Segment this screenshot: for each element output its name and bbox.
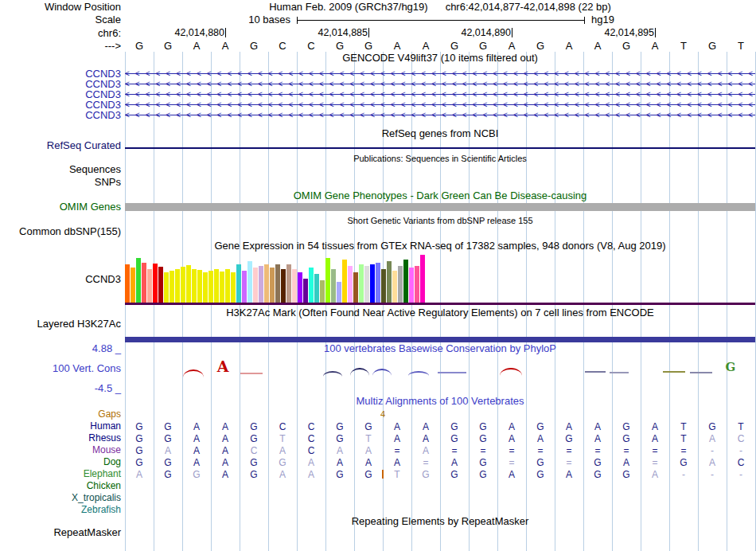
gencode-transcript[interactable]: <<<<<<<<<<<<<<<<<<<<<<<<<<<<<<<<<<<<<<<<… [125,89,755,100]
gtex-tissue-bar[interactable] [208,271,213,303]
gtex-tissue-bar[interactable] [387,261,392,303]
alignment-bases[interactable] [125,504,755,516]
gtex-tissue-bar[interactable] [270,268,275,303]
gtex-tissue-bar[interactable] [376,263,380,303]
snps-label[interactable]: SNPs [95,177,121,188]
alignment-row-zebrafish[interactable]: Zebrafish [0,504,756,516]
gtex-tissue-bar[interactable] [153,264,158,303]
alignment-row-human[interactable]: HumanGGAAGCCGGAAGGAGAAGATGT [0,420,756,432]
gtex-tissue-bar[interactable] [370,264,375,303]
gtex-tissue-bar[interactable] [131,268,135,303]
gtex-tissue-bar[interactable] [181,267,185,303]
gtex-tissue-bar[interactable] [303,279,308,303]
gtex-tissue-bar[interactable] [259,266,263,303]
alignment-species-label[interactable]: X_tropicalis [72,492,121,504]
gtex-tissue-bar[interactable] [275,264,280,303]
gtex-tissue-bar[interactable] [125,264,130,303]
refseq-curated-label[interactable]: RefSeq Curated [47,140,121,151]
gtex-tissue-bar[interactable] [186,265,191,303]
alignment-bases[interactable] [125,480,755,492]
common-dbsnp-track[interactable] [125,226,755,237]
alignment-species-label[interactable]: Mouse [92,444,121,456]
base-position-ruler[interactable]: 42,014,88042,014,88542,014,89042,014,895 [125,27,755,39]
alignment-species-label[interactable]: Chicken [87,480,121,492]
gtex-tissue-bar[interactable] [203,272,208,303]
gtex-tissue-bar[interactable] [320,280,325,303]
gtex-expression-chart[interactable] [125,252,755,303]
gtex-tissue-bar[interactable] [231,272,236,303]
alignment-row-chicken[interactable]: Chicken [0,480,756,492]
gtex-tissue-bar[interactable] [242,271,247,303]
gencode-transcript[interactable]: <<<<<<<<<<<<<<<<<<<<<<<<<<<<<<<<<<<<<<<<… [125,100,755,110]
alignment-row-x_tropicalis[interactable]: X_tropicalis [0,492,756,504]
gtex-tissue-bar[interactable] [398,266,403,303]
h3k27ac-signal-bar[interactable] [125,337,755,342]
gtex-tissue-bar[interactable] [314,274,319,303]
gtex-tissue-bar[interactable] [214,269,219,303]
gtex-tissue-bar[interactable] [353,272,358,303]
gencode-gene-label[interactable]: CCND3 [85,110,121,120]
alignment-bases[interactable]: AGGAGAAGGTGGGAGAGGA--- [125,468,755,480]
alignment-species-label[interactable]: Zebrafish [81,504,121,516]
gtex-tissue-bar[interactable] [197,270,202,303]
omim-genes-label[interactable]: OMIM Genes [60,201,121,213]
gtex-tissue-bar[interactable] [158,267,163,303]
snps-track[interactable] [125,177,755,188]
gtex-tissue-bar[interactable] [175,269,180,303]
sequences-track[interactable] [125,164,755,175]
alignment-species-label[interactable]: Elephant [84,468,121,480]
gtex-tissue-bar[interactable] [364,266,369,303]
refseq-gene-line[interactable] [125,147,755,149]
gtex-tissue-bar[interactable] [298,272,302,303]
dna-sequence-row[interactable]: GGAAGCCGGAAGGAGAAGATGT [125,40,755,52]
gtex-tissue-bar[interactable] [220,272,224,303]
gtex-tissue-bar[interactable] [420,255,425,303]
gtex-tissue-bar[interactable] [409,268,414,303]
gencode-transcript[interactable]: <<<<<<<<<<<<<<<<<<<<<<<<<<<<<<<<<<<<<<<<… [125,79,755,89]
alignment-bases[interactable]: GAAACACAA=A=========-- [125,444,755,456]
gtex-tissue-bar[interactable] [136,258,141,303]
alignment-row-gaps[interactable]: Gaps4 [0,408,756,420]
alignment-bases[interactable]: 4 [125,408,755,420]
gtex-tissue-bar[interactable] [292,269,297,303]
gtex-tissue-bar[interactable] [359,264,364,303]
gtex-tissue-bar[interactable] [415,266,419,303]
common-dbsnp-label[interactable]: Common dbSNP(155) [19,226,121,237]
omim-gene-bar[interactable] [125,203,755,211]
gtex-tissue-bar[interactable] [325,258,330,303]
alignment-row-rhesus[interactable]: RhesusGGAAGTCGTAAGGAAGAGATAC [0,432,756,444]
alignment-bases[interactable] [125,492,755,504]
alignment-row-dog[interactable]: DogGGAAGGAAAA=AG=G=GA=GAC [0,456,756,468]
gtex-tissue-bar[interactable] [331,269,336,303]
gtex-tissue-bar[interactable] [403,260,408,303]
gtex-tissue-bar[interactable] [247,261,252,303]
gencode-transcript[interactable]: <<<<<<<<<<<<<<<<<<<<<<<<<<<<<<<<<<<<<<<<… [125,110,755,120]
alignment-bases[interactable]: GGAAGGAAAA=AG=G=GA=GAC [125,456,755,468]
gtex-tissue-bar[interactable] [236,264,241,303]
alignment-species-label[interactable]: Dog [103,456,121,468]
gtex-tissue-bar[interactable] [392,271,397,303]
alignment-row-mouse[interactable]: MouseGAAACACAA=A=========-- [0,444,756,456]
phylop-conservation-track[interactable]: AG [125,357,755,389]
alignment-row-elephant[interactable]: ElephantAGGAGAAGGTGGGAGAGGA--- [0,468,756,480]
gtex-tissue-bar[interactable] [192,269,197,303]
phylop-label[interactable]: 100 Vert. Cons [53,363,121,374]
gencode-transcript[interactable]: <<<<<<<<<<<<<<<<<<<<<<<<<<<<<<<<<<<<<<<<… [125,68,755,79]
gtex-tissue-bar[interactable] [286,264,291,303]
gtex-tissue-bar[interactable] [170,271,174,303]
alignment-bases[interactable]: GGAAGCCGGAAGGAGAAGATGT [125,420,755,432]
gtex-tissue-bar[interactable] [142,263,146,303]
gtex-tissue-bar[interactable] [348,266,353,303]
gtex-tissue-bar[interactable] [281,269,286,303]
gtex-gene-model-line[interactable] [125,303,755,305]
gtex-tissue-bar[interactable] [309,268,314,303]
gtex-gene-label[interactable]: CCND3 [85,274,121,285]
alignment-species-label[interactable]: Rhesus [88,432,121,444]
gtex-tissue-bar[interactable] [253,268,258,303]
gtex-tissue-bar[interactable] [264,264,269,303]
gtex-tissue-bar[interactable] [381,269,386,303]
alignment-species-label[interactable]: Human [90,420,121,432]
refseq-curated-track[interactable] [125,140,755,151]
repeatmasker-track[interactable] [125,527,755,538]
repeatmasker-label[interactable]: RepeatMasker [53,527,121,538]
